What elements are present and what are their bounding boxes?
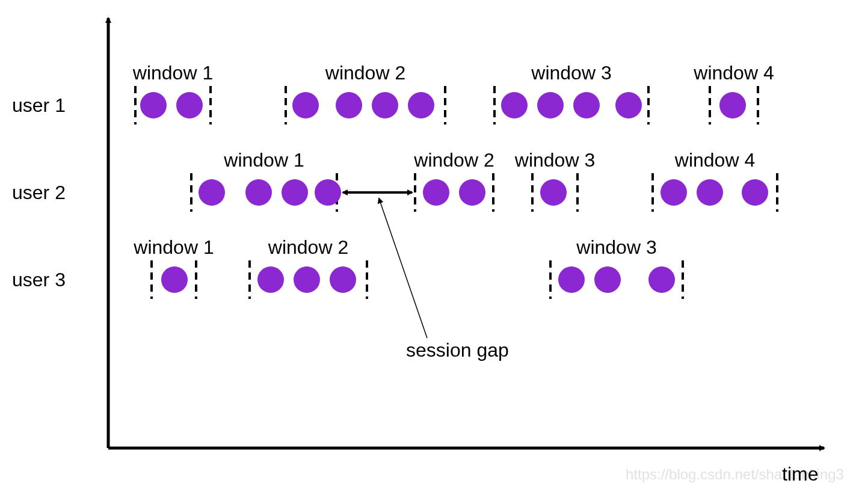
event-dot <box>330 266 356 293</box>
event-dot <box>315 179 341 206</box>
user-label-2: user 2 <box>12 182 66 204</box>
event-dot <box>558 266 585 293</box>
window-label-u3-w3: window 3 <box>576 236 656 259</box>
event-dot <box>501 92 528 118</box>
event-dot <box>257 266 284 293</box>
event-dot <box>292 92 319 118</box>
event-dot <box>161 266 188 293</box>
window-label-u1-w2: window 2 <box>325 62 405 84</box>
window-label-u3-w2: window 2 <box>268 236 348 259</box>
window-label-u2-w1: window 1 <box>224 149 304 171</box>
event-dot <box>408 92 434 118</box>
event-dot <box>282 179 308 206</box>
event-dot <box>459 179 485 206</box>
session-gap-pointer <box>379 198 427 338</box>
window-label-u1-w3: window 3 <box>531 62 611 84</box>
event-dot <box>540 179 567 206</box>
diagram-canvas: timeuser 1window 1window 2window 3window… <box>0 0 853 504</box>
window-label-u2-w4: window 4 <box>675 149 755 171</box>
session-gap-label: session gap <box>406 339 509 361</box>
event-dot <box>594 266 621 293</box>
event-dot <box>537 92 564 118</box>
event-dot <box>648 266 675 293</box>
event-dot <box>661 179 687 206</box>
watermark: https://blog.csdn.net/shanlanking3 <box>626 466 844 483</box>
event-dot <box>573 92 600 118</box>
event-dot <box>742 179 768 206</box>
event-dot <box>372 92 398 118</box>
window-label-u2-w3: window 3 <box>515 149 595 171</box>
event-dot <box>294 266 320 293</box>
event-dot <box>719 92 746 118</box>
window-label-u2-w2: window 2 <box>414 149 494 171</box>
window-label-u1-w4: window 4 <box>694 62 774 84</box>
event-dot <box>176 92 203 118</box>
event-dot <box>336 92 362 118</box>
event-dot <box>199 179 225 206</box>
event-dot <box>697 179 723 206</box>
event-dot <box>245 179 272 206</box>
user-label-1: user 1 <box>12 94 66 117</box>
user-label-3: user 3 <box>12 269 66 291</box>
window-label-u3-w1: window 1 <box>134 236 214 259</box>
event-dot <box>423 179 449 206</box>
window-label-u1-w1: window 1 <box>133 62 213 84</box>
event-dot <box>140 92 167 118</box>
event-dot <box>615 92 642 118</box>
